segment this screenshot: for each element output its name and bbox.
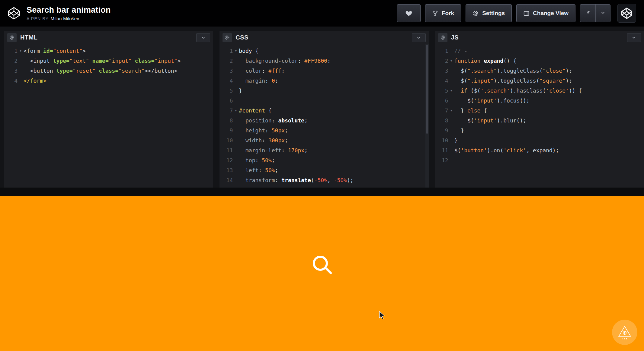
code-token: expand [484, 58, 503, 64]
css-panel-collapse-button[interactable] [412, 33, 426, 42]
fold-gutter [233, 125, 239, 135]
fork-icon [432, 10, 438, 17]
code-line[interactable]: 11$('button').on('click', expand); [435, 145, 644, 155]
code-line[interactable]: 4 $(".input").toggleClass("square"); [435, 76, 644, 86]
code-token: "input" [155, 58, 178, 64]
line-number: 10 [219, 135, 233, 145]
code-line[interactable]: 3 color: #fff; [219, 66, 428, 76]
code-token: blur [503, 117, 516, 124]
code-token: <input [24, 58, 53, 64]
code-token: $( [454, 68, 467, 74]
code-token [95, 68, 99, 74]
code-token: : [255, 157, 262, 163]
line-number: 9 [219, 125, 233, 135]
code-line[interactable]: 14 transform: translate(-50%, -50%); [219, 175, 428, 185]
fold-marker-icon[interactable]: ▾ [18, 46, 24, 56]
code-token: "square" [539, 77, 566, 84]
code-line[interactable]: 10} [435, 135, 644, 145]
fold-gutter [233, 145, 239, 155]
code-line[interactable]: 2▾function expand() { [435, 56, 644, 66]
code-token: , expand); [526, 147, 559, 153]
code-line[interactable]: 10 width: 300px; [219, 135, 428, 145]
fold-gutter [448, 76, 454, 86]
love-button[interactable] [397, 4, 421, 22]
code-line[interactable]: 3 $(".search").toggleClass("close"); [435, 66, 644, 76]
code-line[interactable]: 4</form> [4, 76, 213, 86]
css-scrollbar[interactable] [425, 44, 429, 188]
code-token: width [239, 137, 262, 144]
code-text: <button type="reset" class="search"></bu… [24, 66, 177, 76]
gear-icon [440, 35, 445, 40]
code-token: : [265, 127, 272, 134]
css-code-area[interactable]: 1▾body {2 background-color: #FF9800;3 co… [219, 44, 428, 188]
code-line[interactable]: 12 [435, 155, 644, 165]
code-token: height [239, 127, 265, 134]
js-editor-settings-button[interactable] [438, 33, 447, 42]
code-token: : [262, 137, 268, 144]
code-token: ; [285, 137, 288, 144]
code-token: 'input' [474, 117, 497, 124]
code-line[interactable]: 3 <button type="reset" class="search"></… [4, 66, 213, 76]
fold-marker-icon[interactable]: ▾ [448, 56, 454, 66]
code-token [132, 58, 135, 64]
code-token: 0 [272, 77, 275, 84]
code-line[interactable]: 6 $('input').focus(); [435, 96, 644, 106]
code-line[interactable]: 9 } [435, 125, 644, 135]
code-token: } [454, 137, 458, 144]
code-line[interactable]: 1▾body { [219, 46, 428, 56]
user-avatar[interactable] [617, 4, 636, 23]
change-view-button[interactable]: Change View [516, 4, 575, 22]
code-line[interactable]: 5▾ if ($('.search').hasClass('close')) { [435, 86, 644, 96]
fold-marker-icon[interactable]: ▾ [448, 106, 454, 115]
code-token: '.search' [480, 87, 510, 94]
code-line[interactable]: 6 [219, 96, 428, 106]
code-token: ( [311, 177, 314, 183]
pin-button[interactable] [580, 5, 595, 22]
code-token: </form> [24, 77, 46, 84]
css-scrollbar-thumb[interactable] [426, 45, 428, 134]
code-token: "input" [109, 58, 132, 64]
fork-button[interactable]: Fork [425, 4, 461, 22]
code-text: $(".search").toggleClass("close"); [454, 66, 572, 76]
code-token: toggleClass [503, 68, 539, 74]
fold-marker-icon[interactable]: ▾ [233, 106, 239, 115]
code-token: left [239, 167, 258, 173]
code-line[interactable]: 8 position: absolute; [219, 115, 428, 125]
code-line[interactable]: 1// - [435, 46, 644, 56]
code-token: #fff [268, 68, 281, 74]
code-line[interactable]: 2 <input type="text" name="input" class=… [4, 56, 213, 66]
code-line[interactable]: 13 left: 50%; [219, 165, 428, 175]
code-line[interactable]: 4 margin: 0; [219, 76, 428, 86]
layout-view-icon [523, 10, 530, 17]
search-magnifier-icon[interactable] [313, 256, 328, 271]
code-token: 'click' [503, 147, 526, 153]
line-number: 6 [435, 96, 448, 106]
css-editor-settings-button[interactable] [223, 33, 232, 42]
html-panel-collapse-button[interactable] [196, 33, 210, 42]
code-line[interactable]: 12 top: 50%; [219, 155, 428, 165]
author-link[interactable]: Milan Milošev [50, 16, 79, 21]
code-line[interactable]: 11 margin-left: 170px; [219, 145, 428, 155]
code-line[interactable]: 9 height: 50px; [219, 125, 428, 135]
line-number: 9 [435, 125, 448, 135]
fold-marker-icon[interactable]: ▾ [233, 46, 239, 56]
code-token: class= [135, 58, 155, 64]
js-code-area[interactable]: 1// -2▾function expand() {3 $(".search")… [435, 44, 644, 188]
code-line[interactable]: 2 background-color: #FF9800; [219, 56, 428, 66]
code-line[interactable]: 8 $('input').blur(); [435, 115, 644, 125]
line-number: 8 [435, 115, 448, 125]
code-line[interactable]: 7▾#content { [219, 106, 428, 115]
fold-marker-icon[interactable]: ▾ [448, 86, 454, 96]
code-line[interactable]: 5} [219, 86, 428, 96]
codepen-logo-icon[interactable] [7, 6, 21, 20]
html-code-area[interactable]: 1▾<form id="content">2 <input type="text… [4, 44, 213, 188]
html-editor-settings-button[interactable] [7, 33, 17, 42]
js-panel-collapse-button[interactable] [627, 33, 641, 42]
codepen-badge[interactable] [612, 320, 637, 345]
line-number: 6 [219, 96, 233, 106]
pin-dropdown-button[interactable] [595, 5, 610, 22]
settings-button[interactable]: Settings [466, 4, 512, 22]
editor-preview-divider[interactable] [0, 188, 644, 196]
code-line[interactable]: 1▾<form id="content"> [4, 46, 213, 56]
code-line[interactable]: 7▾ } else { [435, 106, 644, 115]
